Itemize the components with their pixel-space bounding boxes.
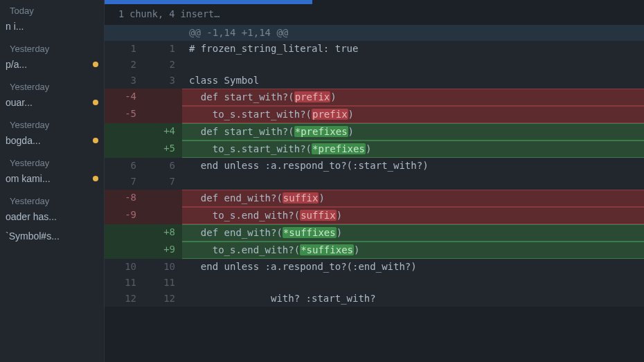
word-diff-added: *prefixes (294, 126, 348, 137)
line-number-gutter: -4 (105, 89, 182, 106)
unread-dot-icon (93, 138, 98, 143)
sidebar-item-label: bogda... (6, 135, 41, 146)
diff-line-ctx[interactable]: 33class Symbol (105, 73, 644, 89)
diff-line-content: def end_with?(*suffixes) (182, 224, 644, 242)
diff-line-content: class Symbol (182, 73, 644, 89)
sidebar-item-label: n i... (6, 21, 24, 32)
diff-line-content: to_s.end_with?(*suffixes) (182, 242, 644, 259)
word-diff-removed: suffix (283, 192, 319, 203)
line-number-gutter: 22 (105, 57, 182, 73)
sidebar-item-label: p/a... (6, 59, 27, 70)
diff-line-content (182, 57, 644, 73)
diff-line-content (182, 174, 644, 190)
sidebar-group-header: Yesterday (0, 38, 104, 57)
line-number-gutter: -5 (105, 106, 182, 123)
diff-line-content: def end_with?(suffix) (182, 190, 644, 207)
sidebar-group-header: Yesterday (0, 114, 104, 133)
sidebar-item[interactable]: n i... (0, 19, 104, 38)
sidebar-group-header: Yesterday (0, 76, 104, 95)
diff-line-content: @@ -1,14 +1,14 @@ (182, 25, 644, 41)
line-number-gutter: +5 (105, 141, 182, 158)
diff-line-content: to_s.start_with?(prefix) (182, 106, 644, 123)
sidebar-item[interactable]: p/a... (0, 57, 104, 76)
sidebar-group-header: Yesterday (0, 190, 104, 209)
sidebar-item-label: `Symbol#s... (6, 230, 60, 242)
diff-line-add[interactable]: +8 def end_with?(*suffixes) (105, 224, 644, 242)
sidebar-item-label: om kami... (6, 173, 51, 184)
diff-line-add[interactable]: +4 def start_with?(*prefixes) (105, 123, 644, 141)
word-diff-added: *suffixes (300, 244, 354, 255)
diff-line-ctx[interactable]: 11# frozen_string_literal: true (105, 41, 644, 57)
diff-line-content: def start_with?(*prefixes) (182, 123, 644, 141)
sidebar-item-label: ouar... (6, 97, 33, 108)
word-diff-removed: suffix (300, 210, 337, 221)
word-diff-removed: prefix (294, 91, 331, 102)
word-diff-removed: prefix (312, 109, 348, 120)
diff-line-content: with? :start_with? (182, 291, 644, 307)
diff-line-content: to_s.end_with?(suffix) (182, 207, 644, 224)
line-number-gutter: 66 (105, 158, 182, 174)
diff-line-content: end unless :a.respond_to?(:start_with?) (182, 158, 644, 174)
sidebar-group-header: Today (0, 0, 104, 19)
line-number-gutter: 77 (105, 174, 182, 190)
diff-line-content: end unless :a.respond_to?(:end_with?) (182, 259, 644, 275)
diff-main-area: 1 chunk, 4 insert… @@ -1,14 +1,14 @@11# … (105, 0, 644, 362)
diff-line-ctx[interactable]: 1212 with? :start_with? (105, 291, 644, 307)
diff-line-del[interactable]: -8 def end_with?(suffix) (105, 190, 644, 207)
diff-summary-stats: 1 chunk, 4 insert… (105, 4, 644, 25)
sidebar-item[interactable]: oader has... (0, 209, 104, 228)
sidebar-item[interactable]: ouar... (0, 95, 104, 114)
sidebar-item[interactable]: bogda... (0, 133, 104, 152)
diff-viewer[interactable]: @@ -1,14 +1,14 @@11# frozen_string_liter… (105, 25, 644, 362)
sidebar-item-label: oader has... (6, 211, 57, 222)
line-number-gutter: -8 (105, 190, 182, 207)
diff-line-content: def start_with?(prefix) (182, 89, 644, 106)
diff-line-ctx[interactable]: 1010 end unless :a.respond_to?(:end_with… (105, 259, 644, 275)
diff-line-add[interactable]: +5 to_s.start_with?(*prefixes) (105, 141, 644, 158)
diff-line-content: to_s.start_with?(*prefixes) (182, 141, 644, 158)
line-number-gutter: +4 (105, 123, 182, 141)
diff-line-ctx[interactable]: 1111 (105, 275, 644, 291)
sidebar-item[interactable]: `Symbol#s... (0, 228, 104, 248)
diff-line-content (182, 275, 644, 291)
word-diff-added: *suffixes (283, 227, 337, 238)
word-diff-added: *prefixes (312, 143, 366, 154)
commit-list-sidebar: Todayn i...Yesterdayp/a...Yesterdayouar.… (0, 0, 105, 362)
line-number-gutter (105, 25, 182, 41)
diff-line-ctx[interactable]: 66 end unless :a.respond_to?(:start_with… (105, 158, 644, 174)
line-number-gutter: 11 (105, 41, 182, 57)
diff-line-ctx[interactable]: 77 (105, 174, 644, 190)
unread-dot-icon (93, 176, 98, 181)
line-number-gutter: 1111 (105, 275, 182, 291)
sidebar-group-header: Yesterday (0, 152, 104, 171)
line-number-gutter: 33 (105, 73, 182, 89)
line-number-gutter: +8 (105, 224, 182, 242)
diff-line-content: # frozen_string_literal: true (182, 41, 644, 57)
diff-line-hunk[interactable]: @@ -1,14 +1,14 @@ (105, 25, 644, 41)
diff-line-add[interactable]: +9 to_s.end_with?(*suffixes) (105, 242, 644, 259)
line-number-gutter: 1010 (105, 259, 182, 275)
sidebar-item[interactable]: om kami... (0, 171, 104, 190)
line-number-gutter: +9 (105, 242, 182, 259)
diff-line-del[interactable]: -9 to_s.end_with?(suffix) (105, 207, 644, 224)
unread-dot-icon (93, 62, 98, 67)
diff-line-del[interactable]: -5 to_s.start_with?(prefix) (105, 106, 644, 123)
line-number-gutter: -9 (105, 207, 182, 224)
diff-line-ctx[interactable]: 22 (105, 57, 644, 73)
diff-line-del[interactable]: -4 def start_with?(prefix) (105, 89, 644, 106)
line-number-gutter: 1212 (105, 291, 182, 307)
unread-dot-icon (93, 100, 98, 105)
